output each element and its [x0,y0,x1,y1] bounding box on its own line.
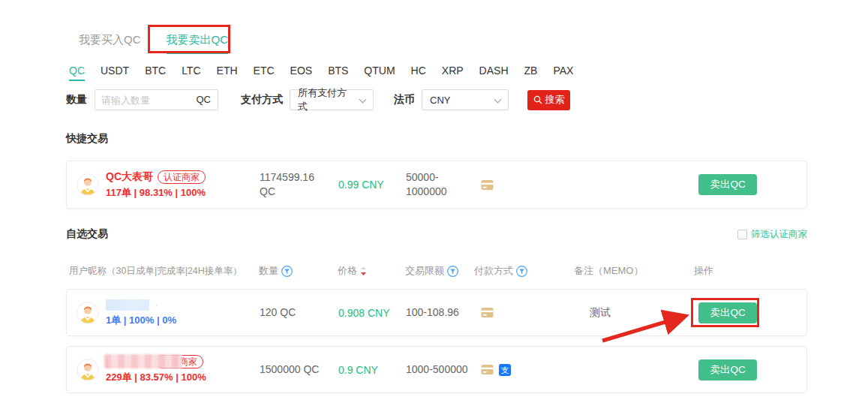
annotation-highlight-sell-tab [148,25,230,53]
alipay-icon: 支 [499,364,511,376]
header-amount: 数量 [259,264,338,278]
bank-card-icon [481,179,494,191]
sell-qc-button[interactable]: 卖出QC [698,359,757,380]
user-avatar [77,359,99,381]
orders-table-header: 用户昵称（30日成单|完成率|24H接单率） 数量 价格 交易限额 付款方式 备… [66,260,807,282]
currency-tab-eth[interactable]: ETH [217,65,238,81]
tab-buy-qc[interactable]: 我要买入QC [79,33,141,54]
quick-price: 0.99 CNY [338,179,406,191]
certified-merchant-badge: 认证商家 [158,170,206,184]
quick-amount: 1174599.16 QC [260,170,338,199]
sort-carets-icon[interactable] [360,266,367,276]
quick-trade-title: 快捷交易 [66,132,108,146]
currency-tab-ltc[interactable]: LTC [182,65,200,81]
search-button-label: 搜索 [545,93,565,107]
header-limit: 交易限额 [405,264,474,278]
order-amount: 120 QC [260,305,338,320]
currency-tab-eos[interactable]: EOS [290,65,313,81]
currency-tab-qtum[interactable]: QTUM [364,65,395,81]
currency-tab-usdt[interactable]: USDT [101,65,129,81]
amount-input-wrap: QC [95,89,218,110]
user-avatar [77,302,99,324]
svg-text:支: 支 [501,365,509,374]
user-stats: 229单 | 83.57% | 100% [106,371,206,384]
redacted-username [106,299,149,311]
certified-filter-checkbox[interactable] [737,230,747,239]
search-button[interactable]: 搜索 [527,90,570,110]
currency-tab-qc[interactable]: QC [69,65,85,81]
header-action: 操作 [694,264,807,278]
order-amount: 1500000 QC [260,362,338,377]
header-payment: 付款方式 [474,264,574,278]
merchant-stats: 117单 | 98.31% | 100% [106,186,206,200]
order-price: 0.9 CNY [338,364,406,376]
amount-label: 数量 [66,93,87,107]
user-stats: 1单 | 100% | 0% [106,314,176,327]
p2p-trade-page: 我要买入QC 我要卖出QC QC USDT BTC LTC ETH ETC EO… [0,0,868,400]
order-limit: 100-108.96 [406,305,475,320]
magnifier-icon [533,95,542,104]
certified-filter-label: 筛选认证商家 [751,228,807,241]
funnel-filter-icon[interactable] [281,266,293,277]
order-limit: 1000-500000 [406,362,475,377]
currency-tabs: QC USDT BTC LTC ETH ETC EOS BTS QTUM HC … [69,65,573,81]
custom-trade-title: 自选交易 [66,227,108,241]
chevron-down-icon [494,96,502,104]
currency-tab-dash[interactable]: DASH [479,65,509,81]
annotation-highlight-sell-button [691,298,759,327]
amount-input[interactable] [95,90,184,110]
fiat-label: 法币 [394,93,415,107]
quick-trade-card: QC大表哥 认证商家 117单 | 98.31% | 100% 1174599.… [66,161,807,209]
header-price: 价格 [338,264,405,278]
merchant-name[interactable]: QC大表哥 [106,170,153,184]
filter-certified-merchants[interactable]: 筛选认证商家 [737,228,807,241]
payment-method-select[interactable]: 所有支付方式 [290,89,374,110]
currency-tab-pax[interactable]: PAX [553,65,573,81]
fiat-value: CNY [430,95,450,106]
order-price: 0.908 CNY [338,307,406,319]
sell-qc-button[interactable]: 卖出QC [698,174,757,195]
chevron-down-icon [359,96,367,104]
currency-tab-btc[interactable]: BTC [145,65,166,81]
quick-limit: 50000- 1000000 [406,170,475,199]
header-user: 用户昵称（30日成单|完成率|24H接单率） [66,265,259,278]
funnel-filter-icon[interactable] [516,266,527,277]
currency-tab-xrp[interactable]: XRP [442,65,464,81]
redacted-username [104,354,182,368]
header-memo: 备注（MEMO） [574,264,694,278]
currency-tab-hc[interactable]: HC [411,65,426,81]
amount-unit: QC [197,94,212,105]
currency-tab-etc[interactable]: ETC [254,65,275,81]
filter-bar: 数量 QC 支付方式 所有支付方式 法币 CNY 搜索 [66,89,570,110]
merchant-avatar [77,173,99,196]
currency-tab-bts[interactable]: BTS [328,65,348,81]
funnel-filter-icon[interactable] [447,266,458,277]
fiat-select[interactable]: CNY [422,89,509,110]
currency-tab-zb[interactable]: ZB [524,65,538,81]
annotation-arrow [595,308,696,347]
payment-method-value: 所有支付方式 [298,86,355,113]
redaction-artifact: · [155,299,158,310]
payment-method-label: 支付方式 [241,93,283,107]
bank-card-icon [481,307,494,318]
order-row: | 认证商家 229单 | 83.57% | 100% 1500000 QC 0… [66,346,807,393]
bank-card-icon [481,364,494,375]
